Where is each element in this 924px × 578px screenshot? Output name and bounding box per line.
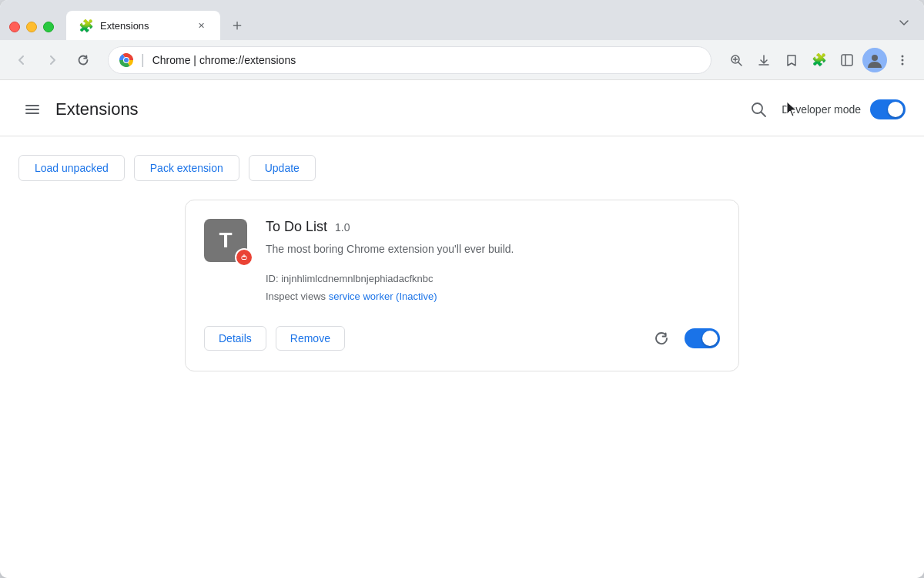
dev-mode-toggle[interactable] [870, 99, 906, 119]
nav-bar: | Chrome | chrome://extensions [0, 40, 924, 80]
ext-description: The most boring Chrome extension you'll … [266, 241, 720, 257]
tab-extensions-icon: 🧩 [79, 18, 94, 33]
tab-close-button[interactable]: ✕ [194, 18, 208, 32]
page-title: Extensions [55, 99, 745, 119]
reload-extension-button[interactable] [648, 324, 675, 352]
ext-meta: ID: injnhlimlcdnemnlbnjephiadacfknbc Ins… [266, 270, 720, 306]
card-bottom: Details Remove [204, 321, 720, 352]
extensions-button[interactable]: 🧩 [807, 48, 832, 72]
dev-mode-label: Developer mode [782, 103, 861, 116]
tab-extensions-label: Extensions [100, 20, 188, 32]
traffic-lights [9, 22, 54, 32]
forward-button[interactable] [40, 48, 65, 72]
ext-toggle-track [685, 328, 720, 348]
zoom-button[interactable] [724, 48, 748, 72]
tab-list-button[interactable] [893, 12, 915, 34]
address-divider: | [141, 52, 145, 68]
pack-extension-button[interactable]: Pack extension [134, 155, 239, 181]
remove-button[interactable]: Remove [276, 326, 345, 351]
active-tab[interactable]: 🧩 Extensions ✕ [66, 11, 220, 40]
svg-point-20 [239, 253, 249, 262]
menu-button[interactable] [18, 96, 46, 123]
update-button[interactable]: Update [249, 155, 316, 181]
title-bar: 🧩 Extensions ✕ ＋ [0, 0, 924, 40]
address-bar[interactable]: | Chrome | chrome://extensions [108, 46, 711, 74]
search-button[interactable] [745, 96, 772, 123]
new-tab-button[interactable]: ＋ [226, 14, 248, 35]
browser-window: 🧩 Extensions ✕ ＋ [0, 0, 924, 578]
maximize-window-button[interactable] [43, 22, 54, 32]
profile-button[interactable] [862, 48, 887, 72]
svg-point-13 [902, 59, 904, 61]
chrome-logo-icon [119, 53, 133, 67]
header-right: Developer mode [745, 96, 906, 123]
ext-toggle-thumb [702, 331, 718, 346]
ext-enabled-toggle[interactable] [685, 328, 720, 348]
svg-point-14 [902, 62, 904, 65]
ext-name: To Do List [266, 219, 327, 235]
ext-title-row: To Do List 1.0 [266, 219, 720, 235]
ext-badge-icon [235, 248, 253, 267]
ext-info: To Do List 1.0 The most boring Chrome ex… [266, 219, 720, 306]
close-window-button[interactable] [9, 22, 20, 32]
svg-point-2 [124, 58, 129, 62]
service-worker-link[interactable]: service worker (Inactive) [329, 291, 437, 302]
extensions-list: T To Do List 1.0 [0, 181, 924, 390]
svg-point-12 [902, 55, 904, 57]
address-url: Chrome | chrome://extensions [152, 54, 700, 66]
card-top: T To Do List 1.0 [204, 219, 720, 306]
extensions-header: Extensions Developer mode [0, 80, 924, 136]
extension-card: T To Do List 1.0 [185, 200, 739, 371]
page-content: Extensions Developer mode Load unpack [0, 80, 924, 578]
load-unpacked-button[interactable]: Load unpacked [18, 155, 125, 181]
minimize-window-button[interactable] [26, 22, 37, 32]
svg-line-19 [762, 113, 766, 117]
svg-point-11 [872, 55, 878, 61]
download-button[interactable] [752, 48, 776, 72]
nav-icons: 🧩 [724, 48, 915, 72]
bookmark-button[interactable] [779, 48, 804, 72]
ext-inspect-row: Inspect views service worker (Inactive) [266, 287, 720, 305]
more-options-button[interactable] [890, 48, 915, 72]
ext-id-row: ID: injnhlimlcdnemnlbnjephiadacfknbc [266, 270, 720, 287]
details-button[interactable]: Details [204, 326, 266, 351]
svg-rect-8 [842, 55, 852, 66]
ext-icon-wrapper: T [204, 219, 250, 265]
toggle-thumb [888, 102, 903, 117]
ext-version: 1.0 [335, 221, 350, 234]
toggle-track [870, 99, 906, 119]
back-button[interactable] [9, 48, 34, 72]
action-bar: Load unpacked Pack extension Update [0, 136, 924, 181]
tab-bar: 🧩 Extensions ✕ ＋ [66, 11, 915, 40]
refresh-button[interactable] [71, 48, 95, 72]
sidebar-button[interactable] [835, 48, 859, 72]
svg-line-4 [738, 62, 742, 66]
